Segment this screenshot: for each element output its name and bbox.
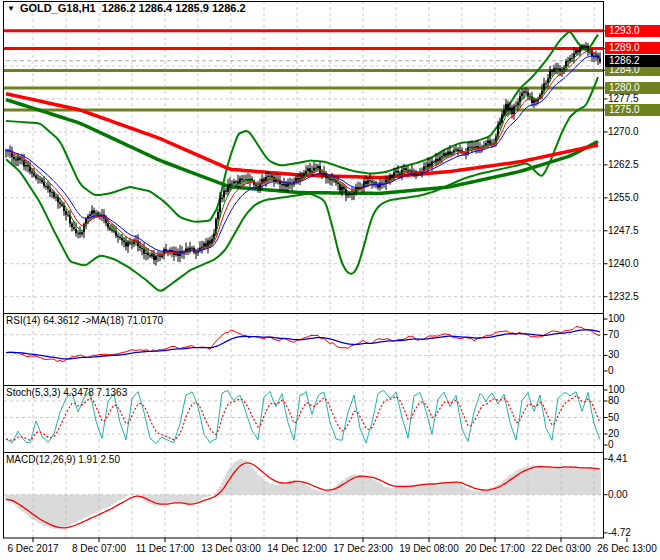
time-scale-label: 26 Dec 13:00 bbox=[597, 543, 657, 554]
macd-histogram bbox=[6, 459, 600, 529]
chart-title: ▼GOLD_G18,H1 1286.2 1286.4 1285.9 1286.2 bbox=[7, 2, 246, 14]
current-price-badge: 1286.2 bbox=[605, 55, 660, 67]
chart-window: ▼GOLD_G18,H1 1286.2 1286.4 1285.9 1286.2… bbox=[0, 0, 660, 560]
time-scale-label: 22 Dec 03:00 bbox=[531, 543, 591, 554]
stoch-scale-label: 50 bbox=[608, 412, 619, 423]
time-scale-label: 13 Dec 03:00 bbox=[201, 543, 261, 554]
candles-wicks bbox=[6, 42, 600, 266]
chart-symbol-period: GOLD_G18,H1 bbox=[20, 2, 96, 14]
rsi-scale-label: 0 bbox=[608, 365, 614, 376]
macd-signal-line bbox=[6, 463, 600, 528]
stoch-scale-label: 100 bbox=[608, 384, 625, 395]
price-scale-label: 1270.0 bbox=[608, 126, 639, 137]
rsi-scale-label: 70 bbox=[608, 329, 619, 340]
time-scale-label: 11 Dec 17:00 bbox=[136, 543, 195, 554]
fast-ma-green bbox=[6, 48, 600, 255]
macd-scale-label: 4.41 bbox=[608, 453, 627, 464]
fast-ma-blue bbox=[6, 56, 600, 252]
stoch-scale-label: 20 bbox=[608, 428, 619, 439]
stoch-scale-label: 80 bbox=[608, 395, 619, 406]
time-scale-label: 20 Dec 17:00 bbox=[465, 543, 525, 554]
time-scale-label: 8 Dec 07:00 bbox=[72, 543, 126, 554]
candles-bodies bbox=[6, 46, 600, 261]
time-scale-label: 14 Dec 12:00 bbox=[267, 543, 327, 554]
time-scale-label: 19 Dec 08:00 bbox=[399, 543, 459, 554]
support-level-badge: 1280.0 bbox=[605, 82, 660, 94]
macd-scale-label: 0.00 bbox=[608, 489, 627, 500]
stoch-scale-label: 0 bbox=[608, 439, 614, 450]
price-scale-label: 1247.5 bbox=[608, 225, 639, 236]
price-scale-label: 1262.5 bbox=[608, 159, 639, 170]
fast-ma-red bbox=[6, 51, 600, 254]
time-scale-label: 6 Dec 2017 bbox=[7, 543, 58, 554]
price-scale-label: 1277.5 bbox=[608, 93, 639, 104]
chart-ohlc-values: 1286.2 1286.4 1285.9 1286.2 bbox=[102, 2, 246, 14]
rsi-indicator-label: RSI(14) 64.3612 ->MA(18) 71.0170 bbox=[6, 315, 163, 326]
time-scale-label: 17 Dec 23:00 bbox=[333, 543, 393, 554]
chart-plot-area[interactable] bbox=[0, 0, 660, 560]
rsi-scale-label: 30 bbox=[608, 349, 619, 360]
resistance-level-badge: 1293.0 bbox=[605, 25, 660, 37]
rsi-scale-label: 100 bbox=[608, 313, 625, 324]
macd-indicator-label: MACD(12,26,9) 1.91 2.50 bbox=[6, 454, 120, 465]
resistance-level-badge: 1289.0 bbox=[605, 42, 660, 54]
stoch-indicator-label: Stoch(5,3,3) 4.3478 7.1363 bbox=[6, 387, 127, 398]
price-scale-label: 1232.5 bbox=[608, 291, 639, 302]
support-level-badge: 1275.0 bbox=[605, 104, 660, 116]
chevron-down-icon: ▼ bbox=[7, 4, 15, 13]
macd-scale-label: -4.72 bbox=[608, 527, 631, 538]
price-scale-label: 1255.0 bbox=[608, 192, 639, 203]
price-scale-label: 1240.0 bbox=[608, 258, 639, 269]
